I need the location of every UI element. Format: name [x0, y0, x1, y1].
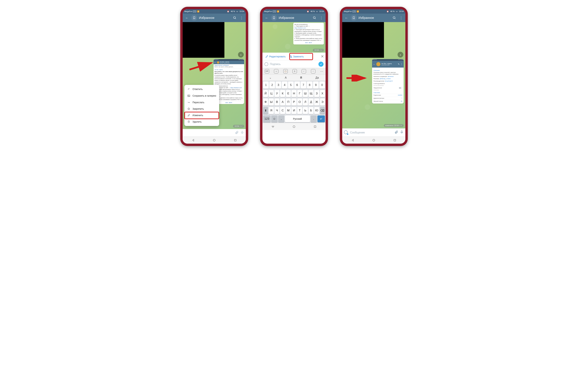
key-7[interactable]: 7: [301, 82, 306, 88]
key-dot[interactable]: .: [311, 116, 317, 122]
key-r3-4[interactable]: И: [291, 107, 296, 114]
key-0[interactable]: 0: [319, 82, 325, 88]
key-r2-0[interactable]: Ф: [263, 98, 268, 106]
nav-kb-down-icon[interactable]: [271, 125, 274, 128]
saved-avatar[interactable]: [351, 15, 357, 21]
key-r2-6[interactable]: О: [297, 98, 302, 106]
mic-icon[interactable]: [240, 130, 244, 135]
key-r2-5[interactable]: Р: [291, 98, 296, 106]
suggest-1[interactable]: А: [285, 76, 287, 79]
key-r2-1[interactable]: Ы: [269, 98, 274, 106]
back-button[interactable]: ←: [344, 16, 349, 20]
nav-recent-icon[interactable]: [393, 139, 396, 142]
ctx-edit[interactable]: Изменить: [184, 112, 219, 118]
emoji-button[interactable]: [344, 130, 348, 135]
more-button[interactable]: ⋮: [319, 16, 324, 20]
key-r3-3[interactable]: М: [286, 107, 291, 114]
nav-back-icon[interactable]: [351, 139, 354, 142]
key-4[interactable]: 4: [282, 82, 287, 88]
close-edit-button[interactable]: ✕: [321, 54, 324, 59]
attach-icon[interactable]: [235, 130, 239, 135]
ctx-delete[interactable]: Удалить: [184, 118, 219, 125]
chat-title[interactable]: Избранное: [199, 16, 230, 20]
ctx-forward[interactable]: ↪ Переслать: [184, 99, 219, 106]
key-r3-0[interactable]: Я: [269, 107, 274, 114]
key-r1-8[interactable]: Щ: [309, 90, 314, 97]
nav-home-icon[interactable]: [213, 139, 216, 142]
nav-home-icon[interactable]: [292, 125, 296, 128]
key-r2-2[interactable]: В: [274, 98, 279, 106]
caption-input[interactable]: Подпись: [270, 63, 317, 66]
edit-media-button[interactable]: Редактировать: [264, 55, 287, 58]
key-emoji[interactable]: ☺: [271, 116, 278, 122]
key-123[interactable]: 123: [263, 116, 271, 122]
collapse-kb[interactable]: ⌄: [269, 76, 271, 79]
nav-recent-icon[interactable]: [234, 139, 237, 142]
key-r1-0[interactable]: Й: [263, 90, 268, 97]
ctx-save[interactable]: Сохранить в галерею: [184, 92, 219, 99]
attach-button[interactable]: [395, 130, 398, 135]
mic-button[interactable]: [400, 130, 404, 135]
kb-sticker-button[interactable]: ☺: [274, 69, 278, 74]
search-button[interactable]: [392, 16, 397, 20]
key-r3-5[interactable]: Т: [297, 107, 302, 114]
key-backspace[interactable]: ⌫: [320, 107, 325, 114]
key-r3-7[interactable]: Б: [309, 107, 314, 114]
search-button[interactable]: [312, 16, 317, 20]
nav-back-icon[interactable]: [192, 139, 195, 142]
saved-avatar[interactable]: [191, 15, 197, 21]
key-r1-1[interactable]: Ц: [269, 90, 274, 97]
key-r1-5[interactable]: Н: [291, 90, 296, 97]
key-6[interactable]: 6: [294, 82, 300, 88]
search-button[interactable]: [232, 16, 237, 20]
ctx-pin[interactable]: Закрепить: [184, 106, 219, 112]
key-r2-8[interactable]: Д: [309, 98, 314, 106]
key-r2-3[interactable]: А: [280, 98, 285, 106]
key-r1-7[interactable]: Ш: [303, 90, 308, 97]
chat-title[interactable]: Избранное: [359, 16, 390, 20]
key-r3-6[interactable]: Ь: [303, 107, 308, 114]
kb-info-button[interactable]: i: [311, 69, 315, 74]
key-2[interactable]: 2: [269, 82, 275, 88]
more-button[interactable]: ⋮: [399, 16, 404, 20]
next-media-button[interactable]: ›: [398, 52, 403, 58]
suggest-2[interactable]: Я: [300, 76, 302, 79]
key-r1-6[interactable]: Г: [297, 90, 302, 97]
key-r1-3[interactable]: К: [280, 90, 285, 97]
nav-recent-icon[interactable]: [314, 125, 317, 128]
next-media-button[interactable]: ›: [238, 52, 244, 58]
kb-gif-button[interactable]: GIF: [265, 69, 269, 74]
emoji-button[interactable]: [264, 62, 268, 66]
message-bubble[interactable]: MegaFon47% 19:54 ← Не баг, а фича публич…: [372, 59, 404, 104]
more-button[interactable]: ⋮: [239, 16, 244, 20]
key-r2-9[interactable]: Ж: [314, 98, 319, 106]
key-r3-2[interactable]: С: [280, 107, 285, 114]
key-r1-2[interactable]: У: [274, 90, 279, 97]
key-enter[interactable]: ↵: [317, 116, 325, 122]
key-r2-10[interactable]: Э: [320, 98, 325, 106]
suggest-3[interactable]: Да: [316, 76, 319, 79]
key-5[interactable]: 5: [288, 82, 294, 88]
back-button[interactable]: ←: [264, 16, 269, 20]
key-r1-9[interactable]: З: [314, 90, 319, 97]
key-r2-4[interactable]: П: [286, 98, 291, 106]
key-9[interactable]: 9: [313, 82, 319, 88]
ctx-reply[interactable]: ↶ Ответить: [184, 86, 219, 92]
saved-avatar[interactable]: [271, 15, 277, 21]
key-shift[interactable]: ⬆: [263, 107, 268, 114]
key-3[interactable]: 3: [276, 82, 281, 88]
key-comma[interactable]: ,: [278, 116, 284, 122]
message-bubble[interactable]: Как им пользоваться: 1. Переходим на сай…: [293, 23, 324, 44]
kb-translate-button[interactable]: 文: [292, 69, 297, 74]
key-1[interactable]: 1: [263, 82, 269, 88]
message-input[interactable]: Сообщение: [350, 131, 393, 134]
key-r1-4[interactable]: Е: [286, 90, 291, 97]
back-button[interactable]: ←: [184, 16, 189, 20]
chat-title[interactable]: Избранное: [279, 16, 310, 20]
key-r2-7[interactable]: Л: [303, 98, 308, 106]
send-button[interactable]: [318, 62, 324, 67]
kb-clipboard-button[interactable]: 📋: [283, 69, 288, 74]
key-r1-10[interactable]: Х: [320, 90, 325, 97]
key-r3-1[interactable]: Ч: [274, 107, 279, 114]
key-space[interactable]: Русский: [285, 116, 310, 122]
